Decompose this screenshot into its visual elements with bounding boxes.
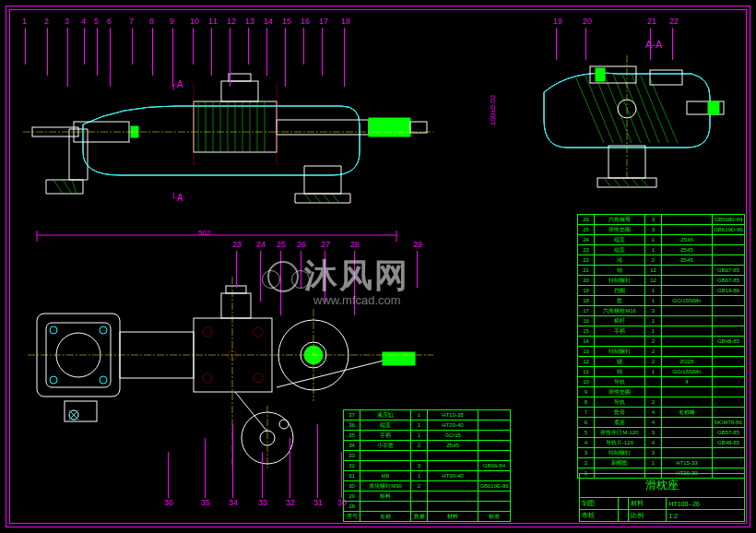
- leader-7: 7: [129, 17, 134, 26]
- svg-point-68: [254, 373, 263, 383]
- dimension-height: 100±0.02: [489, 95, 497, 125]
- leader-11: 11: [208, 17, 218, 26]
- svg-rect-15: [229, 74, 251, 81]
- titleblk-mat-lbl: 材料: [628, 498, 667, 510]
- leader-21: 21: [647, 17, 656, 26]
- titleblk-chk-lbl: 审核: [580, 510, 619, 522]
- leader-27: 27: [321, 240, 330, 249]
- leader-32: 32: [286, 498, 295, 507]
- svg-point-55: [50, 376, 57, 384]
- svg-text:└A: └A: [171, 192, 183, 203]
- leader-31: 31: [313, 498, 323, 507]
- leader-20: 20: [583, 17, 592, 26]
- svg-rect-39: [596, 68, 605, 81]
- leader-14: 14: [264, 17, 273, 26]
- drawing-title: 滑枕座: [580, 474, 745, 498]
- leader-6: 6: [107, 17, 112, 26]
- svg-line-81: [235, 392, 267, 432]
- svg-rect-40: [650, 70, 682, 85]
- leader-34: 34: [229, 498, 238, 507]
- front-elevation-view: ┌A └A: [18, 37, 516, 217]
- titleblk-scale: 1:2: [667, 510, 745, 522]
- svg-point-82: [279, 420, 289, 429]
- bom-table-left: 37液压缸1HT10-2836端盖1HT20-4035手柄1GCr1534小手套…: [343, 409, 511, 522]
- leader-24: 24: [256, 240, 266, 249]
- title-block: 滑枕座 制图 材料 HT100--26 审核 比例 1:2: [579, 473, 745, 522]
- bom-table-right: 26六角螺母3GB5680-8425弹性垫圈3GB619D-8624端盖1Z54…: [577, 214, 745, 479]
- svg-rect-63: [221, 293, 251, 318]
- leader-9: 9: [170, 17, 174, 26]
- leader-22: 22: [669, 17, 679, 26]
- leader-25: 25: [277, 240, 286, 249]
- leader-4: 4: [81, 17, 86, 26]
- svg-rect-44: [597, 178, 656, 187]
- svg-point-54: [100, 326, 107, 334]
- svg-rect-23: [410, 122, 427, 133]
- leader-23: 23: [232, 240, 242, 249]
- svg-line-37: [650, 78, 678, 143]
- svg-point-65: [203, 327, 212, 337]
- leader-13: 13: [245, 17, 254, 26]
- titleblk-scale-lbl: 比例: [628, 510, 667, 522]
- leader-17: 17: [319, 17, 328, 26]
- svg-rect-17: [369, 118, 410, 136]
- leader-36: 36: [164, 498, 173, 507]
- leader-26: 26: [297, 240, 306, 249]
- leader-35: 35: [201, 498, 210, 507]
- leader-15: 15: [282, 17, 291, 26]
- svg-point-56: [100, 376, 107, 384]
- leader-10: 10: [190, 17, 199, 26]
- svg-point-53: [50, 326, 57, 334]
- svg-line-36: [641, 76, 668, 143]
- section-aa-view: [526, 37, 733, 212]
- leader-28: 28: [350, 240, 360, 249]
- leader-5: 5: [94, 17, 99, 26]
- leader-3: 3: [65, 17, 69, 26]
- dimension-width: 502: [198, 229, 210, 237]
- svg-rect-16: [277, 120, 369, 135]
- svg-point-67: [203, 373, 212, 383]
- svg-rect-14: [221, 81, 258, 101]
- titleblk-proj-lbl: 制图: [580, 498, 619, 510]
- svg-point-66: [254, 327, 263, 337]
- svg-line-73: [277, 360, 387, 387]
- leader-2: 2: [44, 17, 49, 26]
- leader-8: 8: [149, 17, 154, 26]
- svg-rect-57: [65, 401, 97, 421]
- leader-19: 19: [553, 17, 562, 26]
- leader-16: 16: [301, 17, 310, 26]
- leader-1: 1: [22, 17, 27, 26]
- leader-29: 29: [413, 240, 422, 249]
- leader-18: 18: [341, 17, 350, 26]
- svg-rect-46: [708, 101, 719, 114]
- titleblk-material: HT100--26: [667, 498, 745, 510]
- leader-12: 12: [227, 17, 236, 26]
- leader-33: 33: [258, 498, 267, 507]
